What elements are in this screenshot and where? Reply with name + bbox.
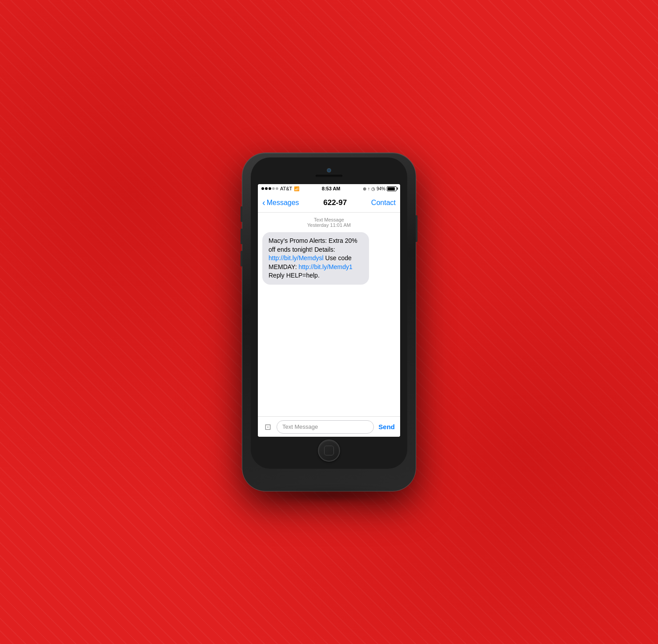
signal-dot-2 bbox=[265, 187, 268, 190]
status-left: AT&T 📶 bbox=[261, 186, 299, 191]
message-input[interactable]: Text Message bbox=[277, 420, 374, 434]
conversation-title: 622-97 bbox=[323, 198, 347, 207]
phone-screen: AT&T 📶 8:53 AM ⊕ ↑ ◷ 94% ‹ M bbox=[258, 184, 400, 437]
contact-button[interactable]: Contact bbox=[371, 199, 396, 207]
carrier-label: AT&T bbox=[280, 186, 292, 191]
camera-icon: ⊡ bbox=[265, 422, 271, 432]
back-label: Messages bbox=[267, 199, 299, 207]
status-time: 8:53 AM bbox=[322, 186, 341, 191]
alarm-icon: ◷ bbox=[371, 186, 375, 191]
camera-button[interactable]: ⊡ bbox=[261, 421, 274, 433]
bubble-text-3: Reply HELP=help. bbox=[269, 272, 320, 279]
phone-inner: AT&T 📶 8:53 AM ⊕ ↑ ◷ 94% ‹ M bbox=[251, 157, 407, 469]
phone-frame: AT&T 📶 8:53 AM ⊕ ↑ ◷ 94% ‹ M bbox=[242, 153, 416, 491]
signal-dots bbox=[261, 187, 278, 190]
signal-dot-4 bbox=[272, 187, 275, 190]
signal-dot-1 bbox=[261, 187, 264, 190]
message-placeholder: Text Message bbox=[282, 423, 318, 430]
phone-shadow bbox=[262, 491, 396, 500]
status-bar: AT&T 📶 8:53 AM ⊕ ↑ ◷ 94% bbox=[258, 184, 400, 193]
bubble-text-1: Macy’s Promo Alerts: Extra 20% off ends … bbox=[269, 237, 357, 253]
signal-dot-5 bbox=[276, 187, 278, 190]
input-area: ⊡ Text Message Send bbox=[258, 416, 400, 437]
message-timestamp: Yesterday 11:01 AM bbox=[262, 222, 396, 228]
battery-percent: 94% bbox=[377, 186, 385, 191]
phone-top-area bbox=[251, 157, 407, 184]
status-right: ⊕ ↑ ◷ 94% bbox=[363, 186, 397, 191]
bubble-link-2[interactable]: http://bit.ly/Memdy1 bbox=[298, 263, 352, 270]
speaker-grille bbox=[316, 175, 342, 177]
back-button[interactable]: ‹ Messages bbox=[262, 198, 299, 207]
arrow-icon: ↑ bbox=[368, 186, 370, 191]
message-area: Text Message Yesterday 11:01 AM Macy’s P… bbox=[258, 213, 400, 416]
message-type-label: Text Message bbox=[262, 217, 396, 222]
signal-dot-3 bbox=[269, 187, 271, 190]
wifi-icon: 📶 bbox=[294, 186, 299, 191]
phone-bottom bbox=[318, 437, 340, 469]
message-metadata: Text Message Yesterday 11:01 AM bbox=[262, 217, 396, 228]
home-button[interactable] bbox=[318, 439, 340, 462]
nav-bar: ‹ Messages 622-97 Contact bbox=[258, 193, 400, 213]
send-button[interactable]: Send bbox=[377, 423, 397, 431]
battery-icon bbox=[387, 186, 397, 191]
back-chevron-icon: ‹ bbox=[262, 198, 265, 207]
front-camera bbox=[327, 169, 331, 172]
battery-fill bbox=[388, 187, 395, 190]
message-bubble: Macy’s Promo Alerts: Extra 20% off ends … bbox=[262, 232, 369, 285]
bubble-link-1[interactable]: http://bit.ly/Memdysl bbox=[269, 254, 324, 262]
location-icon: ⊕ bbox=[363, 186, 366, 191]
